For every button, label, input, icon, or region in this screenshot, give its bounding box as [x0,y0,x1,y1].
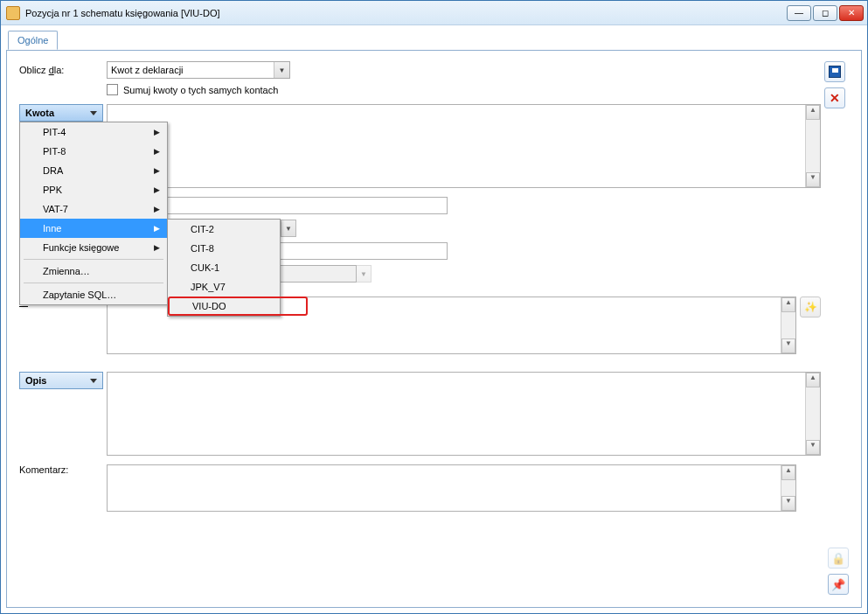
combo-value: Kwot z deklaracji [111,65,184,75]
label-oblicz-dla: Oblicz dla: [19,65,107,75]
menu-item-sql[interactable]: Zapytanie SQL… [20,285,167,304]
app-icon [6,6,20,20]
scroll-up-icon[interactable]: ▲ [806,373,820,387]
menu-item-pit8[interactable]: PIT-8▶ [20,142,167,161]
menu-separator [24,259,163,260]
scrollbar[interactable]: ▲ ▼ [781,465,795,511]
kwota-dropdown-button[interactable]: Kwota [19,104,103,122]
scroll-up-icon[interactable]: ▲ [781,465,795,480]
client-area: Ogólne Oblicz dla: Kwot z deklaracji ▼ S… [1,25,867,613]
label-komentarz: Komentarz: [19,464,107,475]
form-area: Oblicz dla: Kwot z deklaracji ▼ Sumuj kw… [19,61,821,597]
kwota-menu: PIT-4▶ PIT-8▶ DRA▶ PPK▶ VAT-7▶ Inne▶ Fun… [19,122,168,305]
scroll-up-icon[interactable]: ▲ [781,297,795,312]
submenu-item-cit8[interactable]: CIT-8 [168,239,308,258]
scroll-up-icon[interactable]: ▲ [806,105,820,120]
bottom-toolbar: 🔒 📌 [828,548,849,595]
menu-item-zmienna[interactable]: Zmienna… [20,262,167,281]
window-title: Pozycja nr 1 schematu księgowania [VIU-D… [25,8,787,18]
menu-item-ppk[interactable]: PPK▶ [20,180,167,199]
submenu-item-cit2[interactable]: CIT-2 [168,220,308,239]
lock-button: 🔒 [828,548,849,569]
side-toolbar: ✕ [821,61,849,597]
maximize-button[interactable]: ◻ [813,5,837,21]
tab-general[interactable]: Ogólne [8,31,58,50]
scrollbar[interactable]: ▲ ▼ [805,105,820,187]
menu-separator [24,283,163,283]
lock-icon: 🔒 [831,552,845,565]
scroll-down-icon[interactable]: ▼ [781,496,795,511]
scroll-down-icon[interactable]: ▼ [806,172,820,187]
submenu-item-viudo[interactable]: VIU-DO [168,297,308,316]
x-icon: ✕ [830,91,840,105]
dropdown-triangle-icon [90,111,97,115]
opis-textarea[interactable]: ▲ ▼ [107,372,821,456]
main-panel: Oblicz dla: Kwot z deklaracji ▼ Sumuj kw… [6,50,862,608]
menu-item-pit4[interactable]: PIT-4▶ [20,122,167,142]
floppy-disk-icon [829,66,841,78]
scroll-down-icon[interactable]: ▼ [781,338,795,353]
delete-button[interactable]: ✕ [824,87,845,108]
dropdown-arrow-icon: ▼ [274,62,289,78]
submenu-inne: CIT-2 CIT-8 CUK-1 JPK_V7 VIU-DO [167,219,281,317]
checkbox-label: Sumuj kwoty o tych samych kontach [123,85,278,95]
magic-wand-icon: ✨ [804,301,817,313]
app-window: Pozycja nr 1 schematu księgowania [VIU-D… [0,0,868,614]
checkbox-sum-accounts[interactable]: Sumuj kwoty o tych samych kontach [107,84,821,95]
titlebar: Pozycja nr 1 schematu księgowania [VIU-D… [1,1,867,25]
minimize-button[interactable]: — [787,5,811,21]
scrollbar[interactable]: ▲ ▼ [781,297,795,353]
wand-button[interactable]: ✨ [800,297,821,317]
field-dropdown-icon: ▼ [356,265,372,283]
close-button[interactable]: ✕ [839,5,864,21]
menu-item-inne[interactable]: Inne▶ [20,219,167,238]
dropdown-triangle-icon [90,379,97,383]
submenu-item-jpkv7[interactable]: JPK_V7 [168,277,308,297]
checkbox-box [107,84,118,95]
scroll-down-icon[interactable]: ▼ [806,440,820,455]
pin-button[interactable]: 📌 [828,574,849,595]
opis-dropdown-button[interactable]: Opis [19,372,103,389]
pin-icon: 📌 [831,578,845,591]
combo-oblicz-dla[interactable]: Kwot z deklaracji ▼ [107,61,290,79]
menu-item-funkcje[interactable]: Funkcje księgowe▶ [20,238,167,257]
submenu-item-cuk1[interactable]: CUK-1 [168,258,308,277]
scrollbar[interactable]: ▲ ▼ [805,373,820,455]
menu-item-vat7[interactable]: VAT-7▶ [20,199,167,219]
menu-item-dra[interactable]: DRA▶ [20,161,167,180]
save-button[interactable] [824,61,845,82]
komentarz-textarea[interactable]: ▲ ▼ [107,464,796,512]
kwota-textarea[interactable]: ▲ ▼ [107,104,821,188]
